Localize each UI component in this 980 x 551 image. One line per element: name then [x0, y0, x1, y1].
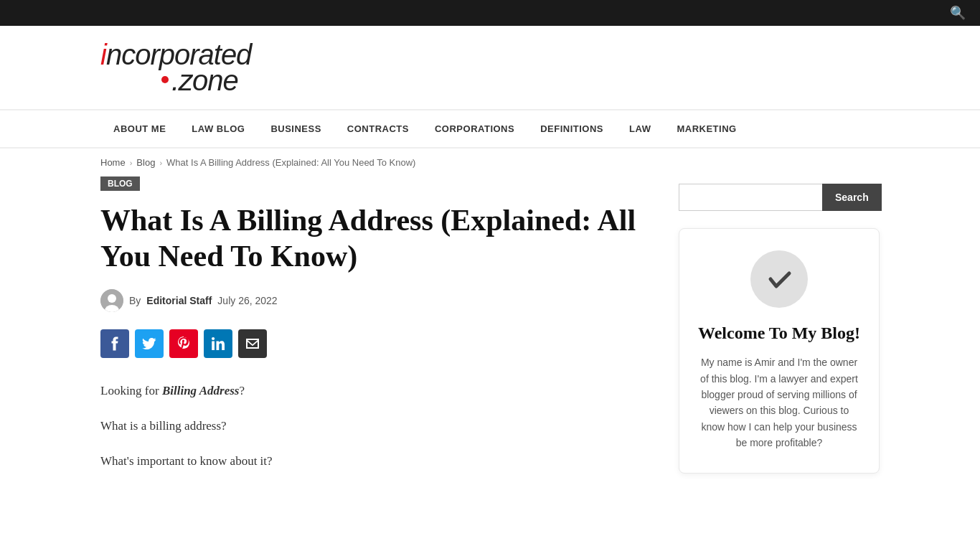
content-area: Blog What Is A Billing Address (Explaine… [100, 176, 650, 486]
logo-i: i [100, 39, 106, 70]
share-pinterest-button[interactable] [169, 329, 198, 358]
chevron-right-icon: › [159, 159, 162, 167]
blog-tag: Blog [100, 176, 140, 191]
search-input[interactable] [679, 184, 822, 211]
article-body: Looking for Billing Address? What is a b… [100, 381, 650, 472]
nav-law[interactable]: LAW [616, 110, 664, 147]
logo-area: incorporated .zone [0, 26, 980, 109]
welcome-text: My name is Amir and I'm the owner of thi… [697, 354, 862, 451]
author-name: Editorial Staff [146, 295, 212, 306]
main-layout: Blog What Is A Billing Address (Explaine… [0, 176, 980, 486]
nav-about-me[interactable]: ABOUT ME [100, 110, 179, 147]
article-date: July 26, 2022 [217, 295, 277, 306]
breadcrumb-blog[interactable]: Blog [136, 157, 155, 168]
share-email-button[interactable] [238, 329, 267, 358]
nav-law-blog[interactable]: LAW BLOG [179, 110, 258, 147]
checkmark-icon [750, 250, 808, 308]
author-avatar [100, 289, 123, 312]
logo[interactable]: incorporated .zone [100, 40, 880, 95]
logo-zone: .zone [171, 66, 238, 95]
social-buttons [100, 329, 650, 358]
breadcrumb-home[interactable]: Home [100, 157, 126, 168]
article-paragraph-2: What is a billing address? [100, 416, 650, 437]
share-facebook-button[interactable] [100, 329, 129, 358]
welcome-card: Welcome To My Blog! My name is Amir and … [679, 228, 880, 474]
article-title: What Is A Billing Address (Explained: Al… [100, 202, 650, 275]
nav-marketing[interactable]: MARKETING [664, 110, 749, 147]
article-paragraph-1: Looking for Billing Address? [100, 381, 650, 402]
sidebar: Search Welcome To My Blog! My name is Am… [679, 176, 880, 486]
nav-business[interactable]: BUSINESS [258, 110, 334, 147]
svg-point-1 [108, 294, 116, 303]
breadcrumb-current: What Is A Billing Address (Explained: Al… [166, 157, 415, 168]
logo-dot-icon [161, 76, 169, 83]
nav-corporations[interactable]: CORPORATIONS [422, 110, 527, 147]
nav-definitions[interactable]: DEFINITIONS [527, 110, 616, 147]
author-line: By Editorial Staff July 26, 2022 [100, 289, 650, 312]
chevron-right-icon: › [130, 159, 133, 167]
nav-bar: ABOUT ME LAW BLOG BUSINESS CONTRACTS COR… [0, 109, 980, 149]
share-twitter-button[interactable] [135, 329, 164, 358]
search-button[interactable]: Search [822, 184, 882, 211]
share-linkedin-button[interactable] [204, 329, 232, 358]
top-bar: 🔍 [0, 0, 980, 26]
author-by: By [129, 295, 141, 306]
welcome-title: Welcome To My Blog! [697, 322, 862, 344]
article-paragraph-3: What's important to know about it? [100, 451, 650, 472]
breadcrumb: Home › Blog › What Is A Billing Address … [0, 149, 980, 176]
search-widget: Search [679, 184, 880, 211]
search-icon[interactable]: 🔍 [950, 5, 966, 21]
nav-contracts[interactable]: CONTRACTS [334, 110, 422, 147]
